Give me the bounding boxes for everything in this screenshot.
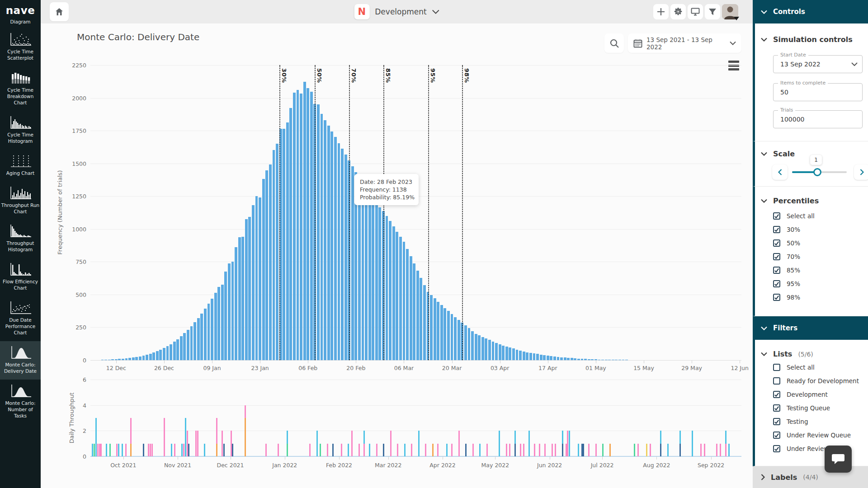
throughput-bar-segment[interactable] <box>583 444 584 456</box>
throughput-bar-segment[interactable] <box>390 431 392 456</box>
histogram-bar[interactable] <box>550 356 552 360</box>
filter-button[interactable] <box>705 4 720 19</box>
throughput-bar-segment[interactable] <box>231 431 232 456</box>
histogram-bar[interactable] <box>362 183 364 360</box>
throughput-bar-segment[interactable] <box>171 444 172 456</box>
throughput-bar-segment[interactable] <box>418 431 420 456</box>
throughput-bar-segment[interactable] <box>720 444 721 456</box>
histogram-bar[interactable] <box>509 347 511 360</box>
histogram-bar[interactable] <box>224 272 227 360</box>
checkbox-row-select-all[interactable]: Select all <box>773 364 815 371</box>
sidebar-item-throughput-run-chart[interactable]: Throughput Run Chart <box>0 182 41 220</box>
histogram-bar[interactable] <box>228 263 231 360</box>
checkbox-checked[interactable] <box>773 445 780 452</box>
histogram-bar[interactable] <box>303 82 306 360</box>
user-avatar[interactable] <box>722 4 738 19</box>
throughput-bar-segment[interactable] <box>100 444 102 456</box>
histogram-bar[interactable] <box>502 346 505 361</box>
checkbox-row-98[interactable]: 98% <box>773 294 800 301</box>
histogram-bar[interactable] <box>142 356 145 360</box>
throughput-bar-segment[interactable] <box>332 444 334 456</box>
throughput-bar-segment[interactable] <box>187 431 188 456</box>
throughput-bar-segment[interactable] <box>609 444 611 456</box>
histogram-bar[interactable] <box>437 302 439 360</box>
throughput-bar-segment[interactable] <box>148 444 149 456</box>
histogram-bar[interactable] <box>307 88 309 361</box>
histogram-bar[interactable] <box>334 137 337 360</box>
throughput-bar-segment[interactable] <box>278 444 279 456</box>
sidebar-item-throughput-histogram[interactable]: Throughput Histogram <box>0 220 41 258</box>
throughput-bar-segment[interactable] <box>716 444 717 456</box>
histogram-bar[interactable] <box>265 170 268 360</box>
checkbox-row-95[interactable]: 95% <box>773 280 800 287</box>
checkbox-unchecked[interactable] <box>773 377 780 385</box>
histogram-bar[interactable] <box>485 338 487 360</box>
throughput-bar-segment[interactable] <box>183 444 184 456</box>
throughput-bar-segment[interactable] <box>509 444 510 456</box>
checkbox-checked[interactable] <box>773 212 780 220</box>
histogram-bar[interactable] <box>399 237 402 360</box>
throughput-bar-segment[interactable] <box>446 444 448 456</box>
throughput-bar-segment[interactable] <box>95 418 97 456</box>
throughput-bar-segment[interactable] <box>150 444 151 456</box>
histogram-bar[interactable] <box>139 357 142 360</box>
throughput-bar-segment[interactable] <box>667 444 669 456</box>
controls-header[interactable]: Controls <box>753 0 868 23</box>
throughput-bar-segment[interactable] <box>316 431 318 456</box>
histogram-bar[interactable] <box>146 355 148 360</box>
histogram-bar[interactable] <box>283 129 285 360</box>
throughput-bar-segment[interactable] <box>650 444 651 456</box>
histogram-bar[interactable] <box>231 262 234 360</box>
throughput-bar-segment[interactable] <box>725 431 726 443</box>
checkbox-row-development[interactable]: Development <box>773 391 828 398</box>
histogram-bar[interactable] <box>273 150 275 360</box>
histogram-bar[interactable] <box>413 263 415 360</box>
histogram-bar[interactable] <box>204 309 207 360</box>
histogram-bar[interactable] <box>478 335 481 360</box>
histogram-bar[interactable] <box>458 320 460 360</box>
checkbox-row-85[interactable]: 85% <box>773 267 800 274</box>
throughput-bar-segment[interactable] <box>287 431 288 443</box>
throughput-bar-segment[interactable] <box>725 444 726 456</box>
throughput-bar-segment[interactable] <box>646 444 647 456</box>
throughput-bar-segment[interactable] <box>216 418 217 444</box>
checkbox-checked[interactable] <box>773 267 780 274</box>
histogram-bar[interactable] <box>166 346 169 360</box>
throughput-bar-segment[interactable] <box>520 444 521 456</box>
histogram-bar[interactable] <box>170 344 172 360</box>
histogram-bar[interactable] <box>262 179 265 360</box>
histogram-bar[interactable] <box>183 333 186 360</box>
histogram-bar[interactable] <box>330 131 333 360</box>
histogram-bar[interactable] <box>163 348 165 360</box>
histogram-bar[interactable] <box>443 308 446 361</box>
scale-slider-handle[interactable] <box>813 168 821 176</box>
throughput-bar-segment[interactable] <box>514 431 516 443</box>
throughput-bar-segment[interactable] <box>660 444 661 456</box>
histogram-bar[interactable] <box>557 357 560 360</box>
histogram-bar[interactable] <box>389 221 392 360</box>
histogram-bar[interactable] <box>386 216 388 360</box>
throughput-bar-segment[interactable] <box>204 444 205 456</box>
histogram-bar[interactable] <box>451 314 453 360</box>
histogram-bar[interactable] <box>324 120 326 360</box>
histogram-bar[interactable] <box>135 357 138 360</box>
histogram-bar[interactable] <box>276 144 278 360</box>
histogram-bar[interactable] <box>317 104 320 360</box>
histogram-bar[interactable] <box>372 200 374 360</box>
sidebar-item-cycle-time-breakdown-chart[interactable]: Cycle Time Breakdown Chart <box>0 66 41 111</box>
throughput-bar-segment[interactable] <box>595 444 597 456</box>
throughput-bar-segment[interactable] <box>195 431 197 456</box>
histogram-bar[interactable] <box>454 317 457 360</box>
histogram-bar[interactable] <box>310 92 313 360</box>
throughput-bar-segment[interactable] <box>216 444 217 456</box>
checkbox-unchecked[interactable] <box>773 364 780 371</box>
throughput-bar-segment[interactable] <box>562 431 563 443</box>
histogram-bar[interactable] <box>516 350 519 360</box>
throughput-bar-segment[interactable] <box>432 444 434 456</box>
chat-widget-button[interactable] <box>825 446 852 473</box>
settings-button[interactable] <box>670 4 686 19</box>
throughput-bar-segment[interactable] <box>528 431 530 456</box>
histogram-bar[interactable] <box>211 299 213 360</box>
histogram-bar[interactable] <box>327 126 330 360</box>
histogram-bar[interactable] <box>553 357 556 360</box>
